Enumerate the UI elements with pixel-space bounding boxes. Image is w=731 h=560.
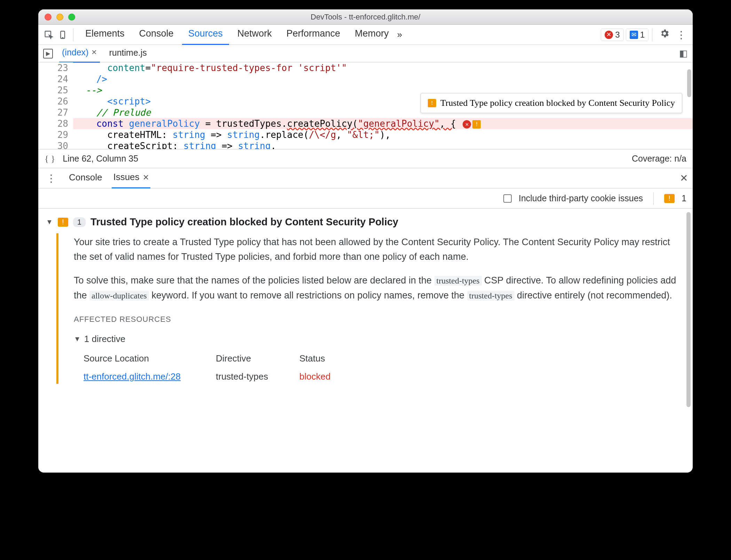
- file-tab-label: runtime.js: [109, 48, 147, 58]
- tab-elements[interactable]: Elements: [79, 25, 131, 45]
- file-tab-index[interactable]: (index) ✕: [59, 45, 100, 63]
- third-party-checkbox[interactable]: [503, 194, 512, 203]
- tab-performance[interactable]: Performance: [280, 25, 347, 45]
- editor-status-bar: { } Line 62, Column 35 Coverage: n/a: [38, 149, 693, 168]
- warning-marker-icon[interactable]: !: [472, 120, 481, 129]
- drawer-tab-issues[interactable]: Issues ✕: [112, 168, 150, 188]
- warning-icon: !: [58, 218, 68, 227]
- devtools-window: DevTools - tt-enforced.glitch.me/ Elemen…: [38, 9, 693, 473]
- close-drawer-icon[interactable]: ✕: [680, 172, 688, 184]
- tab-memory[interactable]: Memory: [348, 25, 395, 45]
- code-allow-duplicates: allow-duplicates: [89, 291, 149, 301]
- drawer-tab-label: Issues: [113, 172, 139, 182]
- close-file-icon[interactable]: ✕: [91, 48, 97, 56]
- source-location-link[interactable]: tt-enforced.glitch.me/:28: [84, 371, 181, 382]
- separator: [653, 192, 654, 205]
- show-navigator-icon[interactable]: ▶: [43, 49, 53, 59]
- close-drawer-tab-icon[interactable]: ✕: [143, 173, 149, 182]
- third-party-label: Include third-party cookie issues: [519, 193, 643, 203]
- show-debugger-pane-icon[interactable]: ◧: [679, 48, 688, 59]
- line-gutter: 2324252627282930: [38, 62, 73, 149]
- more-tabs-icon[interactable]: »: [395, 26, 404, 44]
- col-status: Status: [299, 351, 369, 366]
- error-count-badge[interactable]: ✕ 3: [601, 29, 623, 41]
- message-icon: ✉: [630, 31, 638, 39]
- device-toolbar-icon[interactable]: [56, 28, 70, 42]
- panel-tabs: Elements Console Sources Network Perform…: [79, 25, 395, 45]
- issues-panel[interactable]: ▼ ! 1 Trusted Type policy creation block…: [38, 209, 693, 473]
- col-directive: Directive: [216, 351, 299, 366]
- separator: [73, 29, 73, 41]
- drawer-kebab-icon[interactable]: ⋮: [46, 172, 56, 184]
- issue-paragraph-2: To solve this, make sure that the names …: [74, 273, 677, 303]
- issue-count-badge: 1: [73, 217, 86, 227]
- affected-table: Source Location Directive Status tt-enfo…: [84, 351, 677, 384]
- drawer-tab-console[interactable]: Console: [68, 169, 103, 188]
- issue-title: Trusted Type policy creation blocked by …: [91, 216, 398, 228]
- directive-value: trusted-types: [216, 369, 299, 384]
- warning-chip-icon: !: [664, 194, 675, 203]
- settings-gear-icon[interactable]: [659, 28, 670, 41]
- drawer-tabs: ⋮ Console Issues ✕ ✕: [38, 168, 693, 188]
- kebab-menu-icon[interactable]: ⋮: [676, 29, 686, 41]
- warning-count: 1: [682, 193, 686, 203]
- code-trusted-types: trusted-types: [434, 276, 482, 286]
- error-icon: ✕: [605, 31, 613, 39]
- file-tab-runtime[interactable]: runtime.js: [106, 45, 149, 62]
- message-count: 1: [640, 30, 645, 40]
- error-tooltip: ! Trusted Type policy creation blocked b…: [420, 93, 682, 113]
- directive-group[interactable]: ▼ 1 directive: [74, 332, 677, 346]
- message-count-badge[interactable]: ✉ 1: [626, 29, 649, 41]
- main-toolbar: Elements Console Sources Network Perform…: [38, 25, 693, 45]
- file-tab-label: (index): [62, 47, 88, 57]
- pretty-print-icon[interactable]: { }: [45, 154, 55, 164]
- tab-console[interactable]: Console: [133, 25, 180, 45]
- separator: [652, 29, 652, 41]
- code-trusted-types-2: trusted-types: [467, 291, 514, 301]
- expand-triangle-icon[interactable]: ▼: [46, 218, 53, 226]
- error-count: 3: [615, 30, 620, 40]
- issue-header[interactable]: ▼ ! 1 Trusted Type policy creation block…: [46, 216, 685, 228]
- expand-triangle-icon[interactable]: ▼: [74, 332, 81, 346]
- inspect-element-icon[interactable]: [42, 28, 56, 42]
- window-title: DevTools - tt-enforced.glitch.me/: [38, 13, 693, 22]
- issues-scrollbar[interactable]: [686, 212, 691, 407]
- titlebar: DevTools - tt-enforced.glitch.me/: [38, 9, 693, 25]
- code-editor[interactable]: 2324252627282930 content="require-truste…: [38, 62, 693, 149]
- tab-network[interactable]: Network: [231, 25, 278, 45]
- directive-count: 1 directive: [84, 332, 126, 346]
- issue-body: Your site tries to create a Trusted Type…: [56, 233, 685, 384]
- sources-subbar: ▶ (index) ✕ runtime.js ◧: [38, 45, 693, 62]
- issue-paragraph-1: Your site tries to create a Trusted Type…: [74, 235, 677, 264]
- col-source: Source Location: [84, 351, 216, 366]
- issues-filter-row: Include third-party cookie issues ! 1: [38, 188, 693, 209]
- tooltip-text: Trusted Type policy creation blocked by …: [440, 98, 675, 109]
- coverage-info: Coverage: n/a: [632, 154, 686, 164]
- cursor-position: Line 62, Column 35: [63, 154, 138, 164]
- affected-resources-heading: AFFECTED RESOURCES: [74, 312, 677, 327]
- status-value: blocked: [299, 369, 369, 384]
- error-marker-icon[interactable]: ✕: [463, 120, 471, 129]
- editor-scrollbar[interactable]: [687, 69, 691, 97]
- tab-sources[interactable]: Sources: [182, 25, 229, 45]
- warning-icon: !: [428, 99, 436, 107]
